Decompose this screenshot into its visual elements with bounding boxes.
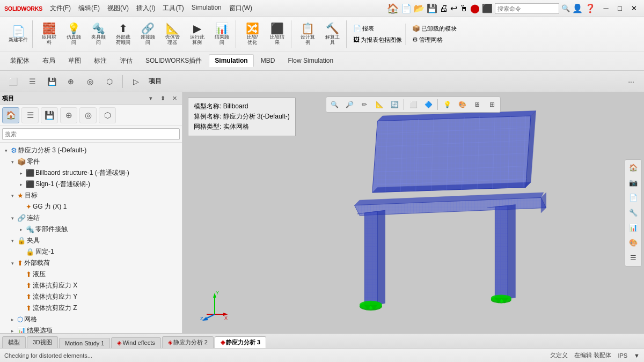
vp-display-btn[interactable]: 🖥	[470, 98, 484, 111]
tree-loads-node[interactable]: ▾ ⬆ 外部载荷	[0, 257, 182, 269]
tree-study-node[interactable]: ▾ ⚙ 静应力分析 3 (-Default-)	[0, 145, 182, 156]
menu-edit[interactable]: 编辑(E)	[75, 3, 103, 14]
panel-expand-btn[interactable]: ⬍	[157, 93, 168, 104]
rs-menu-btn[interactable]: ☰	[626, 251, 640, 265]
fixtures-expand-icon[interactable]: ▾	[9, 237, 16, 245]
cursor-icon[interactable]: 🖱	[459, 4, 468, 13]
close-button[interactable]: ✕	[628, 3, 640, 14]
result-advisor-button[interactable]: 📊 结果顾问	[210, 20, 233, 48]
panel-close-btn[interactable]: ✕	[169, 93, 180, 104]
sub-save-btn[interactable]: 💾	[43, 73, 60, 90]
tree-connections-node[interactable]: ▾ 🔗 连结	[0, 212, 182, 224]
sub-more-btn[interactable]: ···	[623, 73, 640, 90]
sub-list-btn[interactable]: ☰	[24, 73, 41, 90]
connections-expand-icon[interactable]: ▾	[9, 215, 16, 222]
tree-fixed-node[interactable]: 🔒 固定-1	[0, 246, 182, 257]
minimize-button[interactable]: ─	[600, 3, 612, 14]
view-icon[interactable]: ⬛	[482, 3, 493, 13]
tab-static-3[interactable]: ◈静应力分析 3	[215, 336, 266, 348]
sub-home-btn[interactable]: ⬜	[4, 73, 21, 90]
panel-icon-save[interactable]: 💾	[41, 107, 58, 123]
vp-zoom-fit-btn[interactable]: 🔎	[342, 98, 356, 111]
tab-simulation[interactable]: Simulation	[209, 54, 253, 67]
tree-fixtures-node[interactable]: ▾ 🔒 夹具	[0, 235, 182, 246]
maximize-button[interactable]: □	[614, 3, 626, 14]
tab-layout[interactable]: 布局	[36, 54, 61, 68]
loads-expand-icon[interactable]: ▾	[9, 260, 16, 267]
shear-z-expand-icon[interactable]	[17, 305, 25, 312]
search-input-icon[interactable]: 🔍	[561, 4, 570, 12]
report-button[interactable]: 📄 报表	[351, 24, 404, 34]
tree-shear-z-node[interactable]: ⬆ 流体抗剪应力 Z	[0, 302, 182, 314]
panel-icon-circle[interactable]: ◎	[79, 107, 97, 123]
tree-billboard-node[interactable]: ▸ ⬛ Billbaord structure-1 (-普通碳钢-)	[0, 167, 182, 179]
rs-doc-btn[interactable]: 📄	[626, 191, 640, 205]
stop-icon[interactable]: ⬤	[470, 3, 480, 13]
menu-file[interactable]: 文件(F)	[47, 3, 74, 14]
results-expand-icon[interactable]: ▸	[9, 327, 16, 334]
shear-x-expand-icon[interactable]	[17, 282, 25, 290]
undo-icon[interactable]: ↩	[450, 3, 457, 13]
shear-y-expand-icon[interactable]	[17, 293, 25, 301]
tree-search-input[interactable]	[2, 128, 180, 140]
status-dropdown[interactable]: ▼	[634, 352, 640, 359]
panel-icon-home[interactable]: 🏠	[2, 107, 19, 123]
fixture-advisor-button[interactable]: 🔩 夹具顾问	[86, 20, 110, 48]
menu-view[interactable]: 视图(V)	[104, 3, 132, 14]
manage-mesh-button[interactable]: ⚙ 管理网格	[410, 35, 459, 45]
help-icon[interactable]: ❓	[585, 3, 596, 13]
connection-advisor-button[interactable]: 🔗 连接顾问	[136, 20, 159, 48]
menu-insert[interactable]: 插入(I)	[133, 3, 158, 14]
vp-wireframe-btn[interactable]: ⬜	[406, 98, 420, 111]
rs-home-btn[interactable]: 🏠	[626, 161, 640, 175]
command-search-input[interactable]	[495, 3, 559, 14]
vp-shaded-btn[interactable]: 🔷	[421, 98, 435, 111]
load-advisor-button[interactable]: ⬆ 外部载荷顾问	[111, 20, 135, 48]
sub-target-btn[interactable]: ⊕	[62, 73, 79, 90]
panel-icon-target[interactable]: ⊕	[60, 107, 77, 123]
tab-annotation[interactable]: 标注	[88, 54, 113, 68]
rs-view-btn[interactable]: 📷	[626, 176, 640, 190]
vp-rotate-btn[interactable]: ✏	[357, 98, 371, 111]
tree-shear-x-node[interactable]: ⬆ 流体抗剪应力 X	[0, 280, 182, 291]
vp-zoom-btn[interactable]: 🔍	[327, 98, 341, 111]
tree-contact-node[interactable]: ▸ 🔩 零部件接触	[0, 224, 182, 235]
vp-3d-btn[interactable]: 🔄	[387, 98, 401, 111]
tab-3dview[interactable]: 3D视图	[27, 336, 58, 348]
tree-results-node[interactable]: ▸ 📊 结果选项	[0, 325, 182, 333]
sign-expand-icon[interactable]: ▸	[17, 181, 25, 188]
vp-material-btn[interactable]: 🎨	[455, 98, 469, 111]
tab-evaluate[interactable]: 评估	[114, 54, 138, 68]
billboard-expand-icon[interactable]: ▸	[17, 169, 25, 177]
goal-sub-expand-icon[interactable]	[17, 203, 25, 211]
mesh-expand-icon[interactable]: ▸	[9, 316, 16, 323]
tree-goal-sub-node[interactable]: ✦ GG 力 (X) 1	[0, 201, 182, 212]
goal-expand-icon[interactable]: ▾	[9, 192, 16, 200]
compare-result-button[interactable]: ⬛ 比较结果	[265, 20, 289, 48]
solver-button[interactable]: 🔨 解算工具	[320, 20, 344, 48]
sub-expand-btn[interactable]: ▷	[127, 73, 144, 90]
print-icon[interactable]: 🖨	[440, 4, 448, 13]
tab-wind-effects[interactable]: ◈Wind effects	[111, 337, 160, 348]
rs-palette-btn[interactable]: 🎨	[626, 236, 640, 250]
tab-static-2[interactable]: ◈静应力分析 2	[162, 336, 214, 348]
tab-mbd[interactable]: MBD	[255, 54, 281, 67]
sim-advisor-button[interactable]: 💡 仿真顾问	[62, 20, 85, 48]
panel-icon-hex[interactable]: ⬡	[99, 107, 116, 123]
save-icon[interactable]: 💾	[427, 3, 437, 13]
tab-assembly[interactable]: 装配体	[4, 54, 35, 68]
tab-model[interactable]: 模型	[2, 336, 26, 348]
tree-sign-node[interactable]: ▸ ⬛ Sign-1 (-普通碳钢-)	[0, 179, 182, 190]
shell-manager-button[interactable]: 📐 壳体管理器	[160, 20, 184, 48]
vp-sketch-btn[interactable]: 📐	[372, 98, 386, 111]
tab-motion-study[interactable]: Motion Study 1	[59, 338, 110, 348]
tab-flow-sim[interactable]: Flow Simulation	[282, 54, 339, 67]
menu-tools[interactable]: 工具(T)	[159, 3, 187, 14]
sub-layers-btn[interactable]: ⬡	[101, 73, 118, 90]
apply-material-button[interactable]: 🧱 应用材料	[37, 20, 61, 48]
vp-grid-btn[interactable]: ⊞	[485, 98, 499, 111]
report-image-button[interactable]: 🖼 为报表包括图像	[351, 35, 404, 45]
rs-tool-btn[interactable]: 🔧	[626, 206, 640, 220]
tree-shear-y-node[interactable]: ⬆ 流体抗剪应力 Y	[0, 291, 182, 302]
study-expand-icon[interactable]: ▾	[2, 147, 10, 154]
